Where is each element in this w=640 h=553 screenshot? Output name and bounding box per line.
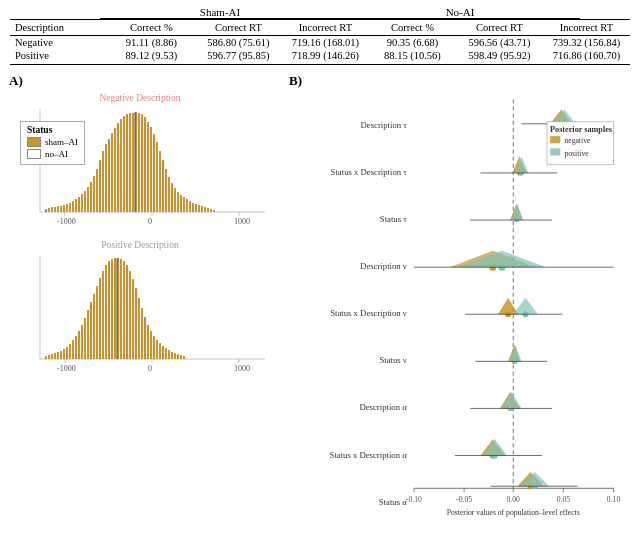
svg-text:Description α: Description α (359, 402, 407, 412)
legend-sham-label: sham–AI (45, 137, 78, 147)
svg-rect-60 (201, 206, 203, 212)
svg-rect-109 (105, 265, 107, 359)
svg-rect-94 (60, 351, 62, 359)
svg-rect-115 (123, 261, 125, 359)
svg-rect-46 (159, 151, 161, 212)
legend-noai-color (27, 149, 41, 159)
svg-rect-118 (132, 279, 134, 359)
svg-rect-34 (123, 116, 125, 212)
table-cell: 598.49 (95.92) (456, 49, 543, 65)
svg-rect-110 (108, 261, 110, 359)
svg-rect-132 (174, 353, 176, 359)
col-sham-correct-pct: Correct % (108, 20, 195, 36)
svg-rect-91 (51, 354, 53, 359)
svg-rect-35 (126, 114, 128, 212)
svg-rect-131 (171, 352, 173, 359)
svg-rect-50 (171, 183, 173, 212)
col-noai-incorrect-rt: Incorrect RT (543, 20, 630, 36)
svg-rect-54 (183, 197, 185, 212)
svg-rect-108 (102, 271, 104, 359)
table-cell: 739.32 (156.84) (543, 36, 630, 50)
svg-rect-47 (162, 160, 164, 212)
svg-rect-105 (93, 294, 95, 359)
svg-text:Status x Description τ: Status x Description τ (331, 167, 408, 177)
neg-hist-title: Negative Description (10, 93, 270, 103)
svg-rect-133 (177, 354, 179, 359)
table-cell: Negative (10, 36, 108, 50)
forest-plot-container: Description τ Status x Description τ Sta… (285, 89, 635, 519)
svg-rect-121 (141, 308, 143, 359)
table-cell: 718.99 (146.26) (282, 49, 369, 65)
svg-rect-56 (189, 201, 191, 212)
svg-rect-37 (132, 113, 134, 212)
svg-text:Status x Description ν: Status x Description ν (330, 308, 407, 318)
svg-text:0: 0 (148, 364, 152, 373)
table-row: Positive89.12 (9.53)596.77 (95.85)718.99… (10, 49, 630, 65)
svg-rect-96 (66, 347, 68, 359)
svg-rect-57 (192, 203, 194, 212)
svg-rect-64 (213, 210, 215, 212)
svg-text:0.05: 0.05 (557, 495, 571, 504)
svg-text:Description τ: Description τ (361, 120, 408, 130)
col-desc-header: Description (10, 20, 108, 36)
svg-text:Status ν: Status ν (379, 355, 406, 365)
svg-rect-59 (198, 205, 200, 212)
table-row: Negative91.11 (8.86)586.80 (75.61)719.16… (10, 36, 630, 50)
svg-rect-119 (135, 288, 137, 359)
svg-rect-43 (150, 127, 152, 212)
svg-rect-120 (138, 298, 140, 359)
svg-rect-95 (63, 349, 65, 359)
table-cell: 586.80 (75.61) (195, 36, 282, 50)
svg-rect-97 (69, 344, 71, 359)
svg-rect-52 (177, 192, 179, 212)
legend-noai-label: no–AI (45, 149, 68, 159)
legend-sham-color (27, 137, 41, 147)
svg-rect-107 (99, 278, 101, 359)
legend-sham-item: sham–AI (27, 137, 78, 147)
svg-rect-123 (147, 325, 149, 359)
table-section: Sham-AI No-AI Description Correct % Corr… (0, 0, 640, 69)
col-sham-incorrect-rt: Incorrect RT (282, 20, 369, 36)
no-ai-header: No-AI (340, 6, 580, 19)
svg-rect-220 (550, 148, 560, 155)
svg-text:1000: 1000 (234, 217, 250, 226)
svg-rect-61 (204, 207, 206, 212)
svg-rect-19 (78, 197, 80, 212)
svg-rect-51 (174, 188, 176, 212)
svg-text:-1000: -1000 (57, 217, 76, 226)
svg-rect-134 (180, 355, 182, 359)
svg-rect-42 (147, 122, 149, 212)
svg-rect-12 (57, 206, 59, 212)
svg-rect-130 (168, 350, 170, 359)
table-cell: 596.77 (95.85) (195, 49, 282, 65)
svg-rect-25 (96, 169, 98, 212)
svg-rect-114 (120, 259, 122, 359)
svg-rect-26 (99, 160, 101, 212)
svg-rect-53 (180, 195, 182, 212)
svg-text:-0.05: -0.05 (456, 495, 472, 504)
svg-text:0.00: 0.00 (507, 495, 521, 504)
svg-rect-124 (150, 331, 152, 359)
pos-hist-svg: -1000 0 1000 (10, 251, 270, 381)
table-cell: 90.35 (6.68) (369, 36, 456, 50)
svg-rect-31 (114, 128, 116, 212)
table-cell: 88.15 (10.56) (369, 49, 456, 65)
svg-rect-111 (111, 259, 113, 359)
svg-rect-16 (69, 203, 71, 212)
svg-rect-32 (117, 123, 119, 212)
svg-rect-129 (165, 348, 167, 359)
svg-text:Status α: Status α (379, 497, 407, 507)
svg-rect-99 (75, 336, 77, 359)
pos-hist-title: Positive Description (10, 240, 270, 250)
group-headers: Sham-AI No-AI (100, 6, 630, 19)
svg-rect-218 (550, 136, 560, 143)
forest-plot-svg: Description τ Status x Description τ Sta… (285, 89, 635, 519)
table-cell: 716.86 (160.70) (543, 49, 630, 65)
bottom-panels: A) Status sham–AI no–AI Negative Descrip… (0, 69, 640, 509)
svg-rect-48 (165, 169, 167, 212)
svg-text:negative: negative (564, 136, 591, 145)
svg-rect-98 (72, 340, 74, 359)
col-sham-correct-rt: Correct RT (195, 20, 282, 36)
svg-rect-23 (90, 182, 92, 212)
svg-rect-116 (126, 265, 128, 359)
